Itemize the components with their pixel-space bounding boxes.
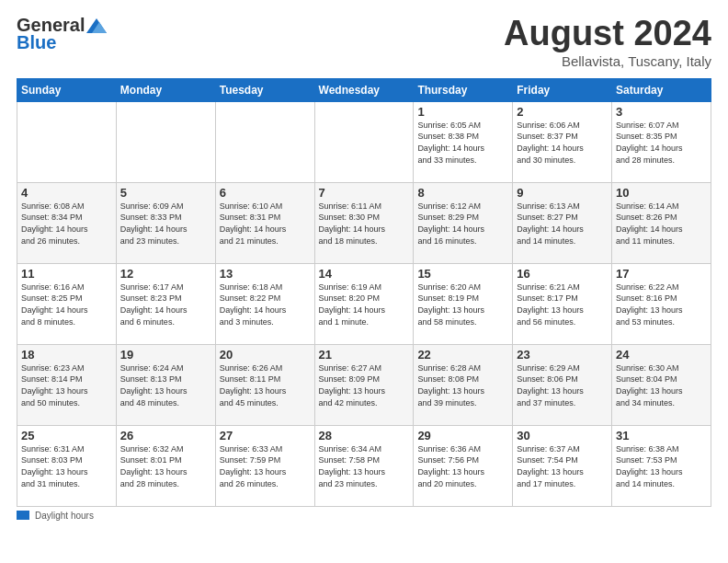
logo-icon — [86, 18, 107, 33]
calendar-day: 16Sunrise: 6:21 AM Sunset: 8:17 PM Dayli… — [513, 263, 612, 344]
calendar-week-5: 25Sunrise: 6:31 AM Sunset: 8:03 PM Dayli… — [17, 425, 711, 506]
calendar-day: 27Sunrise: 6:33 AM Sunset: 7:59 PM Dayli… — [215, 425, 314, 506]
col-thursday: Thursday — [414, 78, 513, 101]
col-tuesday: Tuesday — [215, 78, 314, 101]
day-info: Sunrise: 6:09 AM Sunset: 8:33 PM Dayligh… — [120, 201, 211, 247]
day-number: 14 — [319, 267, 410, 281]
day-info: Sunrise: 6:23 AM Sunset: 8:14 PM Dayligh… — [21, 362, 112, 408]
legend: Daylight hours — [17, 511, 711, 521]
day-number: 24 — [616, 348, 707, 362]
day-number: 25 — [21, 429, 112, 442]
calendar-week-1: 1Sunrise: 6:05 AM Sunset: 8:38 PM Daylig… — [17, 101, 711, 182]
day-info: Sunrise: 6:11 AM Sunset: 8:30 PM Dayligh… — [319, 201, 410, 247]
calendar-day: 15Sunrise: 6:20 AM Sunset: 8:19 PM Dayli… — [414, 263, 513, 344]
col-sunday: Sunday — [17, 78, 117, 101]
calendar-day: 12Sunrise: 6:17 AM Sunset: 8:23 PM Dayli… — [116, 263, 215, 344]
day-info: Sunrise: 6:06 AM Sunset: 8:37 PM Dayligh… — [517, 120, 608, 166]
calendar-day — [116, 101, 215, 182]
page: General Blue August 2024 Bellavista, Tus… — [0, 0, 728, 563]
calendar-day: 17Sunrise: 6:22 AM Sunset: 8:16 PM Dayli… — [612, 263, 711, 344]
calendar-week-4: 18Sunrise: 6:23 AM Sunset: 8:14 PM Dayli… — [17, 344, 711, 425]
col-wednesday: Wednesday — [314, 78, 414, 101]
day-info: Sunrise: 6:33 AM Sunset: 7:59 PM Dayligh… — [220, 443, 311, 489]
day-info: Sunrise: 6:19 AM Sunset: 8:20 PM Dayligh… — [319, 282, 410, 327]
calendar-day: 22Sunrise: 6:28 AM Sunset: 8:08 PM Dayli… — [414, 344, 513, 425]
day-info: Sunrise: 6:14 AM Sunset: 8:26 PM Dayligh… — [616, 201, 707, 247]
day-info: Sunrise: 6:36 AM Sunset: 7:56 PM Dayligh… — [417, 443, 508, 489]
day-number: 31 — [616, 429, 707, 442]
day-info: Sunrise: 6:13 AM Sunset: 8:27 PM Dayligh… — [517, 201, 608, 247]
day-number: 16 — [517, 267, 608, 281]
day-number: 17 — [616, 267, 707, 281]
calendar-day — [17, 101, 117, 182]
day-info: Sunrise: 6:21 AM Sunset: 8:17 PM Dayligh… — [517, 282, 608, 327]
calendar-day: 18Sunrise: 6:23 AM Sunset: 8:14 PM Dayli… — [17, 344, 117, 425]
calendar-day: 19Sunrise: 6:24 AM Sunset: 8:13 PM Dayli… — [116, 344, 215, 425]
col-friday: Friday — [513, 78, 612, 101]
day-number: 15 — [417, 267, 508, 281]
legend-icon — [17, 511, 29, 520]
calendar-day — [314, 101, 414, 182]
calendar-day: 31Sunrise: 6:38 AM Sunset: 7:53 PM Dayli… — [612, 425, 711, 506]
calendar-day: 21Sunrise: 6:27 AM Sunset: 8:09 PM Dayli… — [314, 344, 414, 425]
day-info: Sunrise: 6:07 AM Sunset: 8:35 PM Dayligh… — [616, 120, 707, 166]
day-info: Sunrise: 6:05 AM Sunset: 8:38 PM Dayligh… — [417, 120, 508, 166]
calendar-week-3: 11Sunrise: 6:16 AM Sunset: 8:25 PM Dayli… — [17, 263, 711, 344]
logo: General Blue — [17, 15, 107, 53]
day-number: 20 — [220, 348, 311, 362]
day-number: 29 — [417, 429, 508, 442]
calendar-day: 14Sunrise: 6:19 AM Sunset: 8:20 PM Dayli… — [314, 263, 414, 344]
calendar-day: 8Sunrise: 6:12 AM Sunset: 8:29 PM Daylig… — [414, 182, 513, 263]
day-info: Sunrise: 6:08 AM Sunset: 8:34 PM Dayligh… — [21, 201, 112, 247]
day-info: Sunrise: 6:28 AM Sunset: 8:08 PM Dayligh… — [417, 362, 508, 408]
col-saturday: Saturday — [612, 78, 711, 101]
calendar-day: 20Sunrise: 6:26 AM Sunset: 8:11 PM Dayli… — [215, 344, 314, 425]
day-number: 4 — [21, 186, 112, 200]
title-block: August 2024 Bellavista, Tuscany, Italy — [504, 15, 711, 69]
day-number: 3 — [616, 105, 707, 119]
day-info: Sunrise: 6:26 AM Sunset: 8:11 PM Dayligh… — [220, 362, 311, 408]
day-info: Sunrise: 6:27 AM Sunset: 8:09 PM Dayligh… — [319, 362, 410, 408]
day-info: Sunrise: 6:16 AM Sunset: 8:25 PM Dayligh… — [21, 282, 112, 327]
day-number: 10 — [616, 186, 707, 200]
day-number: 28 — [319, 429, 410, 442]
calendar-day: 23Sunrise: 6:29 AM Sunset: 8:06 PM Dayli… — [513, 344, 612, 425]
day-number: 19 — [120, 348, 211, 362]
calendar-day: 30Sunrise: 6:37 AM Sunset: 7:54 PM Dayli… — [513, 425, 612, 506]
day-number: 12 — [120, 267, 211, 281]
day-info: Sunrise: 6:29 AM Sunset: 8:06 PM Dayligh… — [517, 362, 608, 408]
day-info: Sunrise: 6:32 AM Sunset: 8:01 PM Dayligh… — [120, 443, 211, 489]
day-number: 9 — [517, 186, 608, 200]
calendar-week-2: 4Sunrise: 6:08 AM Sunset: 8:34 PM Daylig… — [17, 182, 711, 263]
day-number: 1 — [417, 105, 508, 119]
calendar-day: 6Sunrise: 6:10 AM Sunset: 8:31 PM Daylig… — [215, 182, 314, 263]
day-number: 18 — [21, 348, 112, 362]
day-number: 11 — [21, 267, 112, 281]
day-number: 22 — [417, 348, 508, 362]
day-number: 21 — [319, 348, 410, 362]
day-info: Sunrise: 6:34 AM Sunset: 7:58 PM Dayligh… — [319, 443, 410, 489]
calendar-day: 29Sunrise: 6:36 AM Sunset: 7:56 PM Dayli… — [414, 425, 513, 506]
calendar-day: 24Sunrise: 6:30 AM Sunset: 8:04 PM Dayli… — [612, 344, 711, 425]
day-number: 23 — [517, 348, 608, 362]
day-number: 6 — [220, 186, 311, 200]
day-info: Sunrise: 6:31 AM Sunset: 8:03 PM Dayligh… — [21, 443, 112, 489]
day-number: 2 — [517, 105, 608, 119]
day-number: 30 — [517, 429, 608, 442]
day-info: Sunrise: 6:37 AM Sunset: 7:54 PM Dayligh… — [517, 443, 608, 489]
day-number: 26 — [120, 429, 211, 442]
calendar-day: 10Sunrise: 6:14 AM Sunset: 8:26 PM Dayli… — [612, 182, 711, 263]
calendar-day: 7Sunrise: 6:11 AM Sunset: 8:30 PM Daylig… — [314, 182, 414, 263]
calendar-day: 28Sunrise: 6:34 AM Sunset: 7:58 PM Dayli… — [314, 425, 414, 506]
day-info: Sunrise: 6:30 AM Sunset: 8:04 PM Dayligh… — [616, 362, 707, 408]
calendar-table: Sunday Monday Tuesday Wednesday Thursday… — [17, 78, 711, 507]
calendar-day: 9Sunrise: 6:13 AM Sunset: 8:27 PM Daylig… — [513, 182, 612, 263]
day-info: Sunrise: 6:22 AM Sunset: 8:16 PM Dayligh… — [616, 282, 707, 327]
calendar-header: Sunday Monday Tuesday Wednesday Thursday… — [17, 78, 711, 101]
month-title: August 2024 — [504, 15, 711, 53]
logo-blue-text: Blue — [17, 32, 56, 53]
day-info: Sunrise: 6:18 AM Sunset: 8:22 PM Dayligh… — [220, 282, 311, 327]
calendar-body: 1Sunrise: 6:05 AM Sunset: 8:38 PM Daylig… — [17, 101, 711, 506]
calendar-day: 13Sunrise: 6:18 AM Sunset: 8:22 PM Dayli… — [215, 263, 314, 344]
calendar-day — [215, 101, 314, 182]
